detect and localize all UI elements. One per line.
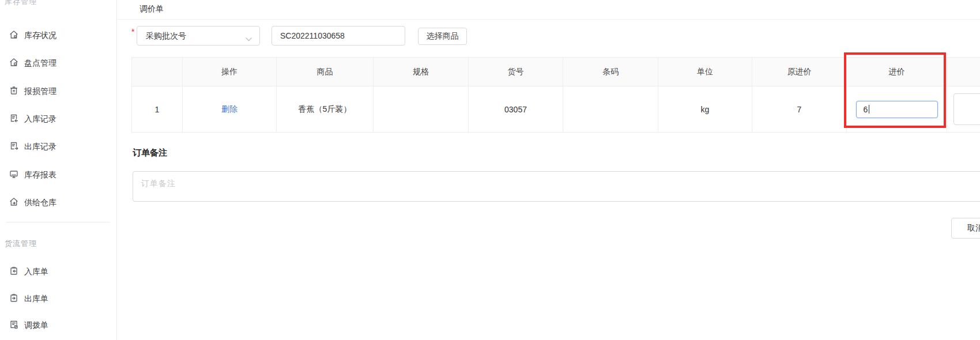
sidebar-item-inbound-order[interactable]: 入库单 — [0, 265, 117, 278]
batch-no-input[interactable] — [272, 26, 405, 46]
chevron-down-icon — [246, 34, 252, 43]
clipboard-arrow-out-icon — [9, 293, 18, 303]
sidebar-item-supply-warehouse[interactable]: 供给仓库 — [0, 196, 117, 209]
doc-arrow-in-icon — [9, 114, 18, 123]
col-index — [132, 58, 183, 86]
new-price-input[interactable]: 6 — [856, 101, 938, 118]
col-extra — [947, 58, 980, 86]
batch-type-select[interactable]: 采购批次号 — [137, 26, 260, 46]
col-art-no: 货号 — [469, 58, 563, 86]
home-check-icon — [9, 58, 18, 67]
choose-product-button[interactable]: 选择商品 — [418, 28, 467, 45]
sidebar-item-stock-status[interactable]: 库存状况 — [0, 29, 117, 41]
cell-barcode — [563, 86, 658, 133]
doc-transfer-icon — [9, 320, 18, 329]
sidebar-section-inventory-label: 库存管理 — [5, 0, 37, 7]
col-unit: 单位 — [658, 58, 752, 86]
required-asterisk: * — [131, 27, 134, 36]
order-remark-textarea[interactable] — [133, 171, 980, 202]
sidebar-item-stocktake[interactable]: 盘点管理 — [0, 56, 117, 69]
page-title: 调价单 — [140, 4, 164, 14]
text-cursor — [869, 105, 869, 114]
monitor-icon — [9, 169, 18, 179]
cell-original-price: 7 — [752, 86, 847, 133]
table-row: 1 删除 香蕉（5斤装） 03057 kg 7 6 — [132, 86, 980, 133]
cell-unit: kg — [658, 86, 752, 133]
sidebar-item-inbound-records[interactable]: 入库记录 — [0, 112, 117, 125]
cell-spec — [374, 86, 469, 133]
sidebar-item-loss-report[interactable]: 报损管理 — [0, 85, 117, 97]
table-header-row: 操作 商品 规格 货号 条码 单位 原进价 进价 — [132, 58, 980, 86]
col-original-price: 原进价 — [752, 58, 847, 86]
order-remark-heading: 订单备注 — [133, 148, 167, 158]
clipboard-arrow-in-icon — [9, 266, 18, 275]
cell-art-no: 03057 — [469, 86, 563, 133]
sidebar: 库存管理 库存状况 盘点管理 报损管理 入库记录 — [0, 0, 117, 340]
sidebar-item-stock-report[interactable]: 库存报表 — [0, 168, 117, 181]
loss-box-icon — [9, 86, 18, 95]
col-barcode: 条码 — [563, 58, 658, 86]
sidebar-item-outbound-records[interactable]: 出库记录 — [0, 140, 117, 153]
app-window: 库存管理 库存状况 盘点管理 报损管理 入库记录 — [0, 0, 980, 340]
new-price-value: 6 — [864, 105, 868, 114]
col-product: 商品 — [277, 58, 374, 86]
sidebar-item-transfer-order[interactable]: 调拨单 — [0, 319, 117, 331]
col-action: 操作 — [183, 58, 277, 86]
cancel-button[interactable]: 取消 — [951, 218, 980, 239]
title-divider — [117, 19, 980, 20]
home-arrow-icon — [9, 197, 18, 206]
col-new-price: 进价 — [847, 58, 947, 86]
home-box-icon — [9, 30, 18, 39]
price-adjust-table: 操作 商品 规格 货号 条码 单位 原进价 进价 1 删除 香蕉（5斤装） 03… — [131, 57, 980, 133]
sidebar-item-outbound-order[interactable]: 出库单 — [0, 292, 117, 305]
cell-index: 1 — [132, 86, 183, 133]
cell-product: 香蕉（5斤装） — [277, 86, 374, 133]
delete-link[interactable]: 删除 — [221, 104, 238, 114]
col-spec: 规格 — [374, 58, 469, 86]
sidebar-divider — [6, 222, 110, 222]
next-column-input-partial[interactable] — [953, 93, 980, 125]
doc-arrow-out-icon — [9, 141, 18, 150]
batch-type-select-value: 采购批次号 — [146, 27, 186, 45]
sidebar-section-logistics-label: 货流管理 — [5, 239, 37, 249]
